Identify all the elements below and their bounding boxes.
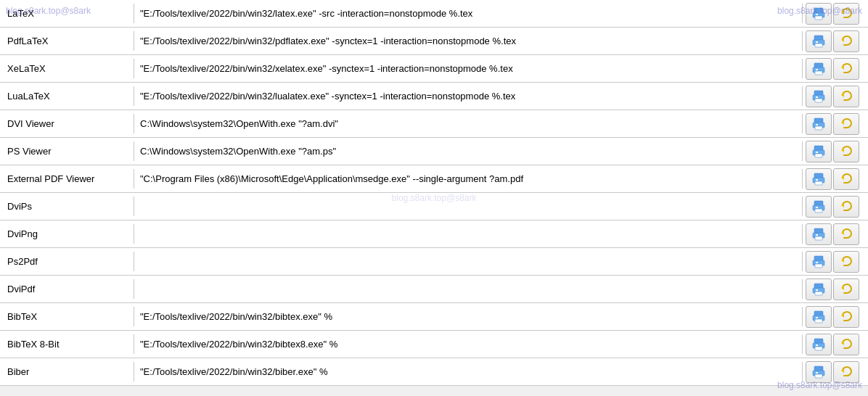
svg-rect-53 [816, 289, 818, 291]
undo-icon [839, 89, 853, 104]
printer-button-pdflatex[interactable] [806, 30, 832, 52]
table-row: BibTeX [0, 303, 868, 331]
actions-dvi-viewer [803, 112, 868, 136]
undo-button-bibtex[interactable] [833, 306, 859, 328]
undo-button-pdflatex[interactable] [833, 30, 859, 52]
value-external-pdf-viewer[interactable] [134, 169, 803, 189]
undo-button-xelatex[interactable] [833, 58, 859, 80]
printer-button-external-pdf-viewer[interactable] [806, 168, 832, 190]
undo-icon [839, 7, 853, 21]
printer-button-lualatex[interactable] [806, 86, 832, 107]
value-dvi-viewer[interactable] [134, 114, 803, 133]
input-ps2pdf[interactable] [140, 256, 796, 267]
svg-rect-33 [816, 179, 818, 181]
actions-dvips [803, 194, 868, 219]
actions-bibtex [803, 305, 868, 329]
svg-rect-13 [816, 69, 818, 70]
label-latex: LaTeX [0, 4, 134, 23]
svg-rect-63 [816, 345, 818, 346]
table-row: External PDF Viewer [0, 165, 868, 193]
printer-button-bibtex8bit[interactable] [806, 334, 832, 355]
printer-button-dvi-viewer[interactable] [806, 113, 832, 135]
input-dvipdf[interactable] [140, 284, 796, 294]
input-bibtex[interactable] [140, 311, 796, 322]
undo-button-dvipng[interactable] [833, 223, 859, 245]
undo-icon [839, 282, 853, 297]
value-ps2pdf[interactable] [134, 252, 803, 271]
table-row: DviPdf [0, 276, 868, 303]
printer-icon [811, 255, 826, 269]
input-bibtex8bit[interactable] [140, 339, 796, 350]
printer-button-latex[interactable] [806, 3, 832, 25]
label-lualatex: LuaLaTeX [0, 86, 134, 106]
undo-icon [839, 337, 853, 352]
input-lualatex[interactable] [140, 91, 796, 102]
undo-button-dvipdf[interactable] [833, 279, 859, 300]
input-ps-viewer[interactable] [140, 146, 796, 157]
svg-rect-68 [816, 372, 818, 374]
undo-button-biber[interactable] [833, 361, 859, 383]
value-dvips[interactable] [134, 197, 803, 216]
printer-button-xelatex[interactable] [806, 58, 832, 80]
svg-rect-52 [815, 292, 822, 295]
undo-button-external-pdf-viewer[interactable] [833, 168, 859, 190]
printer-button-ps2pdf[interactable] [806, 251, 832, 273]
undo-icon [839, 62, 853, 76]
table-row: PS Viewer [0, 138, 868, 165]
value-xelatex[interactable] [134, 59, 803, 78]
printer-icon [811, 199, 826, 214]
undo-button-dvi-viewer[interactable] [833, 113, 859, 135]
printer-button-bibtex[interactable] [806, 306, 832, 328]
value-dvipng[interactable] [134, 224, 803, 244]
svg-rect-12 [815, 71, 822, 75]
input-biber[interactable] [140, 366, 796, 377]
undo-icon [839, 227, 853, 242]
undo-icon [839, 310, 853, 324]
printer-button-dvips[interactable] [806, 196, 832, 218]
table-row: DviPng [0, 220, 868, 248]
printer-button-biber[interactable] [806, 361, 832, 383]
undo-button-latex[interactable] [833, 3, 859, 25]
value-biber[interactable] [134, 362, 803, 381]
undo-icon [839, 144, 853, 159]
table-row: LaTeX [0, 0, 868, 28]
undo-button-ps-viewer[interactable] [833, 141, 859, 162]
printer-button-dvipng[interactable] [806, 223, 832, 245]
input-latex[interactable] [140, 8, 796, 19]
input-dvi-viewer[interactable] [140, 118, 796, 129]
value-pdflatex[interactable] [134, 31, 803, 51]
label-xelatex: XeLaTeX [0, 59, 134, 78]
input-dvips[interactable] [140, 201, 796, 212]
undo-icon [839, 34, 853, 49]
printer-icon [811, 310, 826, 324]
printer-button-ps-viewer[interactable] [806, 141, 832, 162]
value-lualatex[interactable] [134, 86, 803, 106]
value-bibtex[interactable] [134, 307, 803, 326]
svg-rect-37 [815, 209, 822, 213]
undo-button-lualatex[interactable] [833, 86, 859, 107]
printer-icon [811, 337, 826, 352]
value-dvipdf[interactable] [134, 279, 803, 299]
input-external-pdf-viewer[interactable] [140, 173, 796, 184]
value-bibtex8bit[interactable] [134, 334, 803, 354]
printer-button-dvipdf[interactable] [806, 279, 832, 300]
undo-button-dvips[interactable] [833, 196, 859, 218]
table-row: PdfLaTeX [0, 28, 868, 55]
printer-icon [811, 34, 826, 49]
printer-icon [811, 172, 826, 186]
table-row: Ps2Pdf [0, 248, 868, 276]
input-xelatex[interactable] [140, 63, 796, 74]
undo-icon [839, 117, 853, 131]
svg-rect-47 [815, 264, 822, 268]
undo-button-bibtex8bit[interactable] [833, 334, 859, 355]
svg-rect-27 [815, 154, 822, 157]
value-latex[interactable] [134, 4, 803, 23]
undo-icon [839, 365, 853, 379]
input-dvipng[interactable] [140, 228, 796, 239]
value-ps-viewer[interactable] [134, 141, 803, 161]
actions-lualatex [803, 84, 868, 109]
input-pdflatex[interactable] [140, 36, 796, 46]
commands-table: LaTeX PdfLaTeX XeLaTeX LuaLaTeX [0, 0, 868, 386]
undo-icon [839, 172, 853, 186]
undo-button-ps2pdf[interactable] [833, 251, 859, 273]
